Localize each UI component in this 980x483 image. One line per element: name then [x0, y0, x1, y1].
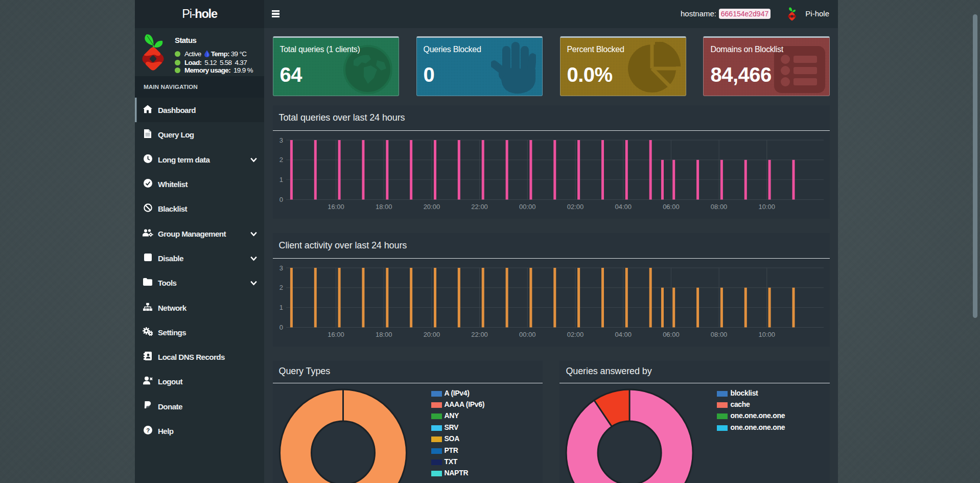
svg-text:04:00: 04:00 — [615, 331, 632, 338]
svg-text:10:00: 10:00 — [758, 203, 775, 211]
svg-text:18:00: 18:00 — [375, 203, 392, 211]
svg-text:?: ? — [146, 427, 150, 433]
svg-text:2: 2 — [279, 156, 283, 164]
svg-text:02:00: 02:00 — [567, 331, 584, 338]
svg-text:3: 3 — [279, 264, 283, 272]
svg-text:1: 1 — [279, 176, 283, 183]
svg-text:02:00: 02:00 — [567, 203, 584, 211]
svg-text:00:00: 00:00 — [519, 203, 536, 211]
svg-text:06:00: 06:00 — [663, 331, 680, 338]
svg-text:22:00: 22:00 — [471, 203, 488, 211]
svg-text:2: 2 — [279, 284, 283, 291]
svg-text:3: 3 — [279, 136, 283, 144]
svg-text:22:00: 22:00 — [471, 331, 488, 338]
svg-text:0: 0 — [279, 324, 283, 331]
svg-text:04:00: 04:00 — [615, 203, 632, 211]
svg-text:08:00: 08:00 — [710, 203, 727, 211]
svg-text:1: 1 — [279, 304, 283, 311]
svg-text:16:00: 16:00 — [328, 331, 344, 338]
svg-text:00:00: 00:00 — [519, 331, 536, 338]
svg-text:20:00: 20:00 — [423, 203, 440, 211]
svg-text:16:00: 16:00 — [328, 203, 344, 211]
svg-text:10:00: 10:00 — [758, 331, 775, 338]
svg-text:08:00: 08:00 — [710, 331, 727, 338]
svg-text:0: 0 — [279, 196, 283, 203]
svg-text:20:00: 20:00 — [423, 331, 440, 338]
svg-text:06:00: 06:00 — [663, 203, 680, 211]
svg-text:18:00: 18:00 — [375, 331, 392, 338]
